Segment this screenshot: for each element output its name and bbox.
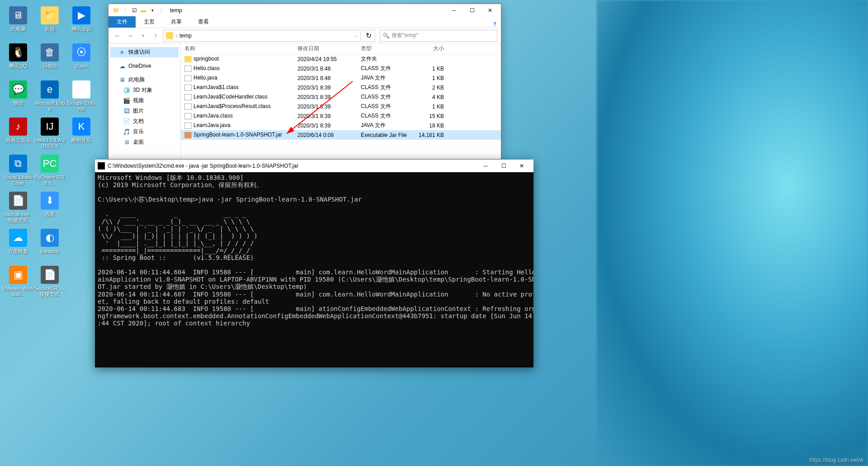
app-icon: 🖥 bbox=[9, 6, 27, 24]
qat-sep: | bbox=[157, 6, 165, 14]
file-row[interactable]: LearnJava.class2020/3/1 8:39CLASS 文件15 K… bbox=[181, 111, 501, 121]
folder-icon bbox=[184, 56, 192, 62]
recent-dropdown[interactable]: ▾ bbox=[137, 30, 148, 41]
sidebar-quick-access[interactable]: ★快速访问 bbox=[110, 47, 179, 57]
col-size[interactable]: 大小 bbox=[411, 45, 448, 52]
breadcrumb[interactable]: temp bbox=[179, 33, 192, 39]
cmd-output[interactable]: Microsoft Windows [版本 10.0.18363.900] (c… bbox=[95, 172, 533, 329]
desktop-icon[interactable]: K酷狗音乐 bbox=[66, 116, 97, 153]
desktop-icon[interactable]: 💬微信 bbox=[2, 79, 34, 116]
desktop-icon[interactable]: PCPyCharm 2019.3... bbox=[34, 153, 66, 190]
help-icon[interactable]: ? bbox=[493, 21, 496, 28]
app-icon: 📄 bbox=[41, 266, 59, 284]
file-row[interactable]: LearnJava$ProcessResult.class2020/3/1 8:… bbox=[181, 102, 501, 111]
desktop-icon[interactable]: 🖥此电脑 bbox=[2, 5, 34, 42]
app-icon: K bbox=[72, 118, 90, 136]
nav-pane: ★快速访问 ☁OneDrive 🖥此电脑 🧊3D 对象🎬视频🖼图片📄文档🎵音乐🖥… bbox=[108, 43, 181, 159]
app-icon: ☁ bbox=[9, 229, 27, 247]
star-icon: ★ bbox=[118, 49, 126, 56]
file-row[interactable]: LearnJava$CodeHandler.class2020/3/1 8:39… bbox=[181, 92, 501, 102]
file-row[interactable]: LearnJava$1.class2020/3/1 8:39CLASS 文件2 … bbox=[181, 83, 501, 92]
desktop-icon[interactable]: ▣VMware Workstati... bbox=[2, 264, 34, 301]
ribbon-tabs: 文件 主页 共享 查看 ? bbox=[108, 17, 501, 28]
icon-label: 腾讯会议 bbox=[66, 26, 97, 32]
col-type[interactable]: 类型 bbox=[357, 45, 411, 52]
qat-check-icon[interactable]: ☑ bbox=[130, 6, 138, 14]
refresh-button[interactable]: ↻ bbox=[363, 30, 375, 42]
col-name[interactable]: 名称 bbox=[181, 45, 294, 52]
file-row[interactable]: SpringBoot-learn-1.0-SNAPSHOT.jar2020/6/… bbox=[181, 130, 501, 140]
sidebar-item[interactable]: 🖼图片 bbox=[115, 106, 179, 116]
desktop-icon[interactable]: ♪网易云音乐 bbox=[2, 116, 34, 153]
address-bar[interactable]: › temp ⌵ bbox=[163, 30, 361, 42]
desktop-icon[interactable]: 🐧腾讯QQ bbox=[2, 42, 34, 79]
cmd-window: C:\Windows\System32\cmd.exe - java -jar … bbox=[95, 160, 533, 367]
tab-view[interactable]: 查看 bbox=[190, 16, 217, 28]
desktop-icon[interactable]: 📄SecureCR... - 快捷方式 bbox=[34, 264, 66, 301]
minimize-button[interactable]: ─ bbox=[476, 160, 495, 172]
icon-label: Microsoft Edge bbox=[34, 100, 66, 112]
sidebar-item[interactable]: 📄文档 bbox=[115, 116, 179, 127]
sidebar-item[interactable]: 🎬视频 bbox=[115, 95, 179, 106]
desktop-icon[interactable]: 📄navicat.exe - 快捷方式 bbox=[2, 190, 34, 227]
close-button[interactable]: ✕ bbox=[481, 5, 499, 16]
desktop-icon[interactable]: IJIntelliJ IDEA 2019.3.3 bbox=[34, 116, 66, 153]
app-icon: 🐧 bbox=[9, 43, 27, 61]
desktop-icon[interactable]: ⬇迅雷 bbox=[34, 190, 66, 227]
explorer-titlebar[interactable]: 📁 | ☑ ▬ ▾ | temp ─ ☐ ✕ bbox=[108, 4, 501, 17]
up-button[interactable]: ↑ bbox=[150, 30, 161, 41]
icon-label: 微信 bbox=[2, 100, 34, 106]
jar-icon bbox=[184, 132, 192, 138]
icon-label: 其他 bbox=[34, 26, 66, 32]
file-icon bbox=[184, 94, 192, 100]
file-row[interactable]: springboot2020/4/24 19:55文件夹 bbox=[181, 54, 501, 64]
cmd-titlebar[interactable]: C:\Windows\System32\cmd.exe - java -jar … bbox=[95, 160, 533, 172]
file-icon bbox=[184, 104, 192, 110]
file-row[interactable]: Hello.class2020/3/1 8:48CLASS 文件1 KB bbox=[181, 64, 501, 73]
back-button[interactable]: ← bbox=[112, 30, 123, 41]
qat-dropdown-icon[interactable]: ▾ bbox=[148, 6, 156, 14]
sidebar-onedrive[interactable]: ☁OneDrive bbox=[110, 61, 179, 71]
app-icon: ♪ bbox=[9, 118, 27, 136]
minimize-button[interactable]: ─ bbox=[445, 5, 463, 16]
file-icon bbox=[184, 75, 192, 81]
col-date[interactable]: 修改日期 bbox=[294, 45, 357, 52]
tab-file[interactable]: 文件 bbox=[108, 16, 136, 28]
desktop-icon[interactable]: ▶腾讯会议 bbox=[66, 5, 97, 42]
desktop-icon[interactable]: ○Google Chrome bbox=[66, 79, 97, 116]
desktop-icon[interactable]: ☁百度网盘 bbox=[2, 227, 34, 264]
pc-icon: 🖥 bbox=[118, 76, 126, 84]
file-row[interactable]: Hello.java2020/3/1 8:48JAVA 文件1 KB bbox=[181, 73, 501, 83]
qat-sep: | bbox=[121, 6, 129, 14]
sidebar-item[interactable]: 🎵音乐 bbox=[115, 127, 179, 137]
app-icon: e bbox=[41, 80, 59, 99]
desktop-icon[interactable]: 🗑回收站 bbox=[34, 42, 66, 79]
folder-icon: 📁 bbox=[112, 6, 120, 14]
sidebar-item[interactable]: 🖥桌面 bbox=[115, 137, 179, 147]
desktop-icon[interactable]: eMicrosoft Edge bbox=[34, 79, 66, 116]
file-row[interactable]: LearnJava.java2020/3/1 8:39JAVA 文件18 KB bbox=[181, 121, 501, 130]
tab-home[interactable]: 主页 bbox=[136, 16, 163, 28]
icon-label: 腾讯QQ bbox=[2, 63, 34, 69]
forward-button[interactable]: → bbox=[125, 30, 136, 41]
chevron-down-icon[interactable]: ⌵ bbox=[355, 33, 358, 38]
app-icon: ▶ bbox=[72, 6, 90, 24]
icon-label: Bandizip bbox=[34, 249, 66, 254]
desktop-icon[interactable]: ⧉Visual Studio Code bbox=[2, 153, 34, 190]
sidebar-thispc[interactable]: 🖥此电脑 bbox=[110, 75, 179, 85]
sidebar-item[interactable]: 🧊3D 对象 bbox=[115, 85, 179, 95]
desktop-icon[interactable]: ◐Bandizip bbox=[34, 227, 66, 264]
search-input[interactable]: 🔍 搜索"temp" bbox=[380, 30, 497, 42]
icon-label: PyCharm 2019.3... bbox=[34, 174, 66, 186]
folder-icon: 🎬 bbox=[123, 97, 130, 104]
app-icon: ⧉ bbox=[9, 155, 27, 173]
desktop-icon[interactable]: ⦿Zoom bbox=[66, 42, 97, 79]
desktop-icon[interactable]: 📁其他 bbox=[34, 5, 66, 42]
close-button[interactable]: ✕ bbox=[513, 160, 531, 172]
maximize-button[interactable]: ☐ bbox=[463, 5, 481, 16]
icon-label: 酷狗音乐 bbox=[66, 137, 97, 143]
maximize-button[interactable]: ☐ bbox=[495, 160, 513, 172]
column-headers[interactable]: 名称 修改日期 类型 大小 bbox=[181, 43, 501, 54]
tab-share[interactable]: 共享 bbox=[163, 16, 190, 28]
app-icon: 📁 bbox=[41, 6, 59, 24]
